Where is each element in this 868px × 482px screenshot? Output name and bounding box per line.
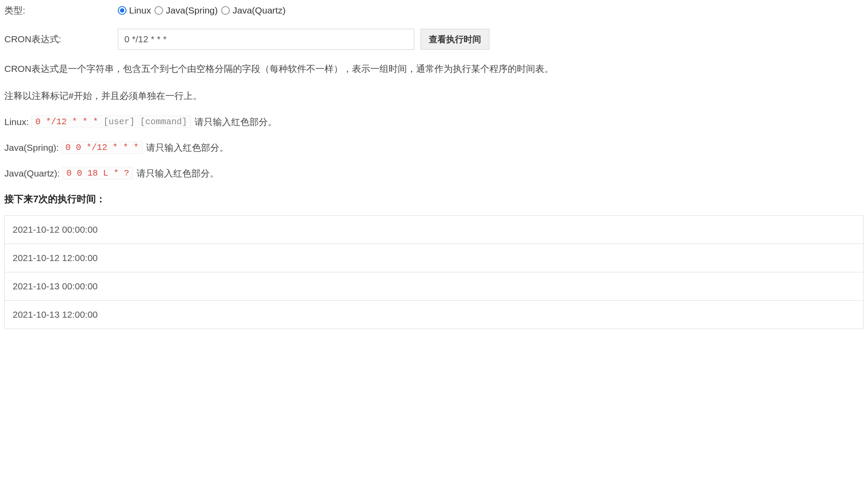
description-para-1: CRON表达式是一个字符串，包含五个到七个由空格分隔的字段（每种软件不一样），表… <box>4 62 864 76</box>
radio-option-javaquartz[interactable]: Java(Quartz) <box>221 5 285 16</box>
type-radio-group: LinuxJava(Spring)Java(Quartz) <box>118 5 289 16</box>
table-row: 2021-10-13 12:00:00 <box>5 301 864 329</box>
example-code-red: 0 0 */12 * * * <box>65 143 139 153</box>
example-line: Java(Quartz):0 0 18 L * ?请只输入红色部分。 <box>4 167 864 180</box>
example-code-gray: [user] [command] <box>98 117 187 127</box>
radio-icon <box>221 6 230 15</box>
example-code-red: 0 0 18 L * ? <box>66 168 129 178</box>
radio-icon <box>118 6 126 15</box>
table-row: 2021-10-12 00:00:00 <box>5 216 864 244</box>
example-hint: 请只输入红色部分。 <box>137 167 219 180</box>
execution-time-cell: 2021-10-13 12:00:00 <box>5 301 864 329</box>
description-para-2: 注释以注释标记#开始，并且必须单独在一行上。 <box>4 89 864 103</box>
example-hint: 请只输入红色部分。 <box>146 142 229 154</box>
example-code: 0 */12 * * * [user] [command] <box>31 115 191 128</box>
execution-times-table: 2021-10-12 00:00:002021-10-12 12:00:0020… <box>4 215 864 329</box>
type-label: 类型: <box>4 4 118 17</box>
check-execution-button[interactable]: 查看执行时间 <box>420 29 489 50</box>
cron-label: CRON表达式: <box>4 33 118 45</box>
example-code: 0 0 */12 * * * <box>62 141 143 154</box>
table-row: 2021-10-13 00:00:00 <box>5 272 864 301</box>
radio-option-javaspring[interactable]: Java(Spring) <box>154 5 218 16</box>
example-line: Linux:0 */12 * * * [user] [command]请只输入红… <box>4 115 864 128</box>
cron-input[interactable] <box>118 29 414 50</box>
example-code-red: 0 */12 * * * <box>35 117 98 127</box>
radio-option-linux[interactable]: Linux <box>118 5 151 16</box>
radio-label: Linux <box>129 5 151 16</box>
example-line: Java(Spring):0 0 */12 * * *请只输入红色部分。 <box>4 141 864 154</box>
example-label: Java(Quartz): <box>4 168 60 179</box>
radio-label: Java(Quartz) <box>232 5 285 16</box>
execution-time-cell: 2021-10-12 12:00:00 <box>5 244 864 272</box>
execution-time-cell: 2021-10-12 00:00:00 <box>5 216 864 244</box>
radio-label: Java(Spring) <box>166 5 218 16</box>
example-label: Linux: <box>4 117 29 127</box>
example-code: 0 0 18 L * ? <box>62 167 133 180</box>
example-hint: 请只输入红色部分。 <box>195 116 277 128</box>
results-title: 接下来7次的执行时间： <box>4 193 864 206</box>
table-row: 2021-10-12 12:00:00 <box>5 244 864 272</box>
example-label: Java(Spring): <box>4 143 59 153</box>
execution-time-cell: 2021-10-13 00:00:00 <box>5 272 864 301</box>
radio-icon <box>154 6 163 15</box>
